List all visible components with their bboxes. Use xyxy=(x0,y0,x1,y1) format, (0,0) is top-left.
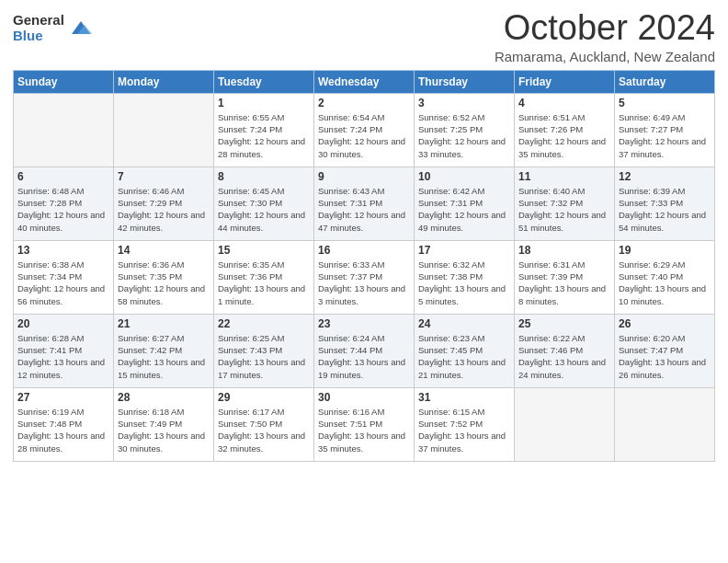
calendar-cell: 10Sunrise: 6:42 AMSunset: 7:31 PMDayligh… xyxy=(415,167,515,240)
header: General Blue October 2024 Ramarama, Auck… xyxy=(13,9,715,64)
day-info: Sunrise: 6:48 AMSunset: 7:28 PMDaylight:… xyxy=(17,185,109,234)
calendar-cell: 19Sunrise: 6:29 AMSunset: 7:40 PMDayligh… xyxy=(615,240,715,314)
logo: General Blue xyxy=(13,13,94,43)
calendar-cell: 3Sunrise: 6:52 AMSunset: 7:25 PMDaylight… xyxy=(415,93,515,167)
day-info: Sunrise: 6:39 AMSunset: 7:33 PMDaylight:… xyxy=(619,185,711,234)
calendar-cell: 23Sunrise: 6:24 AMSunset: 7:44 PMDayligh… xyxy=(314,314,415,387)
day-number: 7 xyxy=(118,170,210,183)
day-number: 6 xyxy=(17,170,109,183)
day-number: 31 xyxy=(418,391,510,404)
day-number: 9 xyxy=(318,170,410,183)
day-number: 12 xyxy=(619,170,711,183)
calendar-cell xyxy=(14,93,114,167)
day-number: 25 xyxy=(518,317,610,330)
calendar-week-row: 6Sunrise: 6:48 AMSunset: 7:28 PMDaylight… xyxy=(14,167,715,240)
calendar-cell: 9Sunrise: 6:43 AMSunset: 7:31 PMDaylight… xyxy=(314,167,415,240)
day-info: Sunrise: 6:25 AMSunset: 7:43 PMDaylight:… xyxy=(218,332,310,381)
day-info: Sunrise: 6:29 AMSunset: 7:40 PMDaylight:… xyxy=(619,259,711,307)
calendar-week-row: 1Sunrise: 6:55 AMSunset: 7:24 PMDaylight… xyxy=(14,93,715,167)
day-info: Sunrise: 6:31 AMSunset: 7:39 PMDaylight:… xyxy=(518,259,610,307)
day-info: Sunrise: 6:18 AMSunset: 7:49 PMDaylight:… xyxy=(118,406,210,454)
day-info: Sunrise: 6:22 AMSunset: 7:46 PMDaylight:… xyxy=(518,332,610,381)
calendar-cell: 2Sunrise: 6:54 AMSunset: 7:24 PMDaylight… xyxy=(314,93,415,167)
day-info: Sunrise: 6:20 AMSunset: 7:47 PMDaylight:… xyxy=(619,332,711,381)
calendar-cell: 1Sunrise: 6:55 AMSunset: 7:24 PMDaylight… xyxy=(214,93,314,167)
day-number: 27 xyxy=(17,391,109,404)
weekday-header-sunday: Sunday xyxy=(14,70,114,93)
day-info: Sunrise: 6:16 AMSunset: 7:51 PMDaylight:… xyxy=(318,406,410,454)
day-info: Sunrise: 6:46 AMSunset: 7:29 PMDaylight:… xyxy=(118,185,210,234)
day-number: 13 xyxy=(17,244,109,257)
page: General Blue October 2024 Ramarama, Auck… xyxy=(0,0,728,563)
day-info: Sunrise: 6:17 AMSunset: 7:50 PMDaylight:… xyxy=(218,406,310,454)
calendar-table: SundayMondayTuesdayWednesdayThursdayFrid… xyxy=(13,70,715,462)
calendar-week-row: 13Sunrise: 6:38 AMSunset: 7:34 PMDayligh… xyxy=(14,240,715,314)
title-month: October 2024 xyxy=(495,9,715,48)
day-info: Sunrise: 6:40 AMSunset: 7:32 PMDaylight:… xyxy=(518,185,610,234)
day-info: Sunrise: 6:51 AMSunset: 7:26 PMDaylight:… xyxy=(518,111,610,160)
day-info: Sunrise: 6:38 AMSunset: 7:34 PMDaylight:… xyxy=(17,259,109,307)
day-number: 17 xyxy=(418,244,510,257)
day-info: Sunrise: 6:32 AMSunset: 7:38 PMDaylight:… xyxy=(418,259,510,307)
calendar-cell: 27Sunrise: 6:19 AMSunset: 7:48 PMDayligh… xyxy=(14,387,114,461)
title-location: Ramarama, Auckland, New Zealand xyxy=(495,49,715,64)
calendar-cell: 17Sunrise: 6:32 AMSunset: 7:38 PMDayligh… xyxy=(415,240,515,314)
day-number: 4 xyxy=(518,97,610,109)
day-number: 16 xyxy=(318,244,410,257)
day-number: 18 xyxy=(518,244,610,257)
calendar-cell: 24Sunrise: 6:23 AMSunset: 7:45 PMDayligh… xyxy=(415,314,515,387)
weekday-header-saturday: Saturday xyxy=(615,70,715,93)
weekday-header-thursday: Thursday xyxy=(415,70,515,93)
day-info: Sunrise: 6:24 AMSunset: 7:44 PMDaylight:… xyxy=(318,332,410,381)
calendar-cell: 16Sunrise: 6:33 AMSunset: 7:37 PMDayligh… xyxy=(314,240,415,314)
day-info: Sunrise: 6:23 AMSunset: 7:45 PMDaylight:… xyxy=(418,332,510,381)
calendar-cell xyxy=(515,387,615,461)
day-number: 26 xyxy=(619,317,711,330)
day-number: 21 xyxy=(118,317,210,330)
day-info: Sunrise: 6:54 AMSunset: 7:24 PMDaylight:… xyxy=(318,111,410,160)
day-info: Sunrise: 6:19 AMSunset: 7:48 PMDaylight:… xyxy=(17,406,109,454)
logo-general: General xyxy=(13,13,64,29)
title-block: October 2024 Ramarama, Auckland, New Zea… xyxy=(495,9,715,64)
calendar-cell: 12Sunrise: 6:39 AMSunset: 7:33 PMDayligh… xyxy=(615,167,715,240)
calendar-cell: 31Sunrise: 6:15 AMSunset: 7:52 PMDayligh… xyxy=(415,387,515,461)
calendar-cell xyxy=(114,93,214,167)
day-number: 15 xyxy=(218,244,310,257)
day-number: 23 xyxy=(318,317,410,330)
logo-icon xyxy=(68,16,94,41)
weekday-header-wednesday: Wednesday xyxy=(314,70,415,93)
calendar-cell: 8Sunrise: 6:45 AMSunset: 7:30 PMDaylight… xyxy=(214,167,314,240)
weekday-header-monday: Monday xyxy=(114,70,214,93)
day-info: Sunrise: 6:36 AMSunset: 7:35 PMDaylight:… xyxy=(118,259,210,307)
day-number: 30 xyxy=(318,391,410,404)
calendar-cell: 4Sunrise: 6:51 AMSunset: 7:26 PMDaylight… xyxy=(515,93,615,167)
calendar-cell: 13Sunrise: 6:38 AMSunset: 7:34 PMDayligh… xyxy=(14,240,114,314)
day-info: Sunrise: 6:43 AMSunset: 7:31 PMDaylight:… xyxy=(318,185,410,234)
day-number: 2 xyxy=(318,97,410,109)
day-number: 28 xyxy=(118,391,210,404)
day-info: Sunrise: 6:27 AMSunset: 7:42 PMDaylight:… xyxy=(118,332,210,381)
day-info: Sunrise: 6:35 AMSunset: 7:36 PMDaylight:… xyxy=(218,259,310,307)
calendar-header-row: SundayMondayTuesdayWednesdayThursdayFrid… xyxy=(14,70,715,93)
day-number: 29 xyxy=(218,391,310,404)
day-number: 22 xyxy=(218,317,310,330)
calendar-cell: 5Sunrise: 6:49 AMSunset: 7:27 PMDaylight… xyxy=(615,93,715,167)
day-number: 5 xyxy=(619,97,711,109)
day-number: 11 xyxy=(518,170,610,183)
day-number: 8 xyxy=(218,170,310,183)
day-info: Sunrise: 6:15 AMSunset: 7:52 PMDaylight:… xyxy=(418,406,510,454)
calendar-cell: 20Sunrise: 6:28 AMSunset: 7:41 PMDayligh… xyxy=(14,314,114,387)
day-info: Sunrise: 6:55 AMSunset: 7:24 PMDaylight:… xyxy=(218,111,310,160)
calendar-cell: 7Sunrise: 6:46 AMSunset: 7:29 PMDaylight… xyxy=(114,167,214,240)
calendar-cell: 26Sunrise: 6:20 AMSunset: 7:47 PMDayligh… xyxy=(615,314,715,387)
calendar-cell: 30Sunrise: 6:16 AMSunset: 7:51 PMDayligh… xyxy=(314,387,415,461)
calendar-cell: 29Sunrise: 6:17 AMSunset: 7:50 PMDayligh… xyxy=(214,387,314,461)
calendar-cell: 18Sunrise: 6:31 AMSunset: 7:39 PMDayligh… xyxy=(515,240,615,314)
day-number: 3 xyxy=(418,97,510,109)
day-info: Sunrise: 6:49 AMSunset: 7:27 PMDaylight:… xyxy=(619,111,711,160)
weekday-header-friday: Friday xyxy=(515,70,615,93)
day-info: Sunrise: 6:28 AMSunset: 7:41 PMDaylight:… xyxy=(17,332,109,381)
calendar-cell: 6Sunrise: 6:48 AMSunset: 7:28 PMDaylight… xyxy=(14,167,114,240)
logo-blue: Blue xyxy=(13,29,64,44)
weekday-header-tuesday: Tuesday xyxy=(214,70,314,93)
